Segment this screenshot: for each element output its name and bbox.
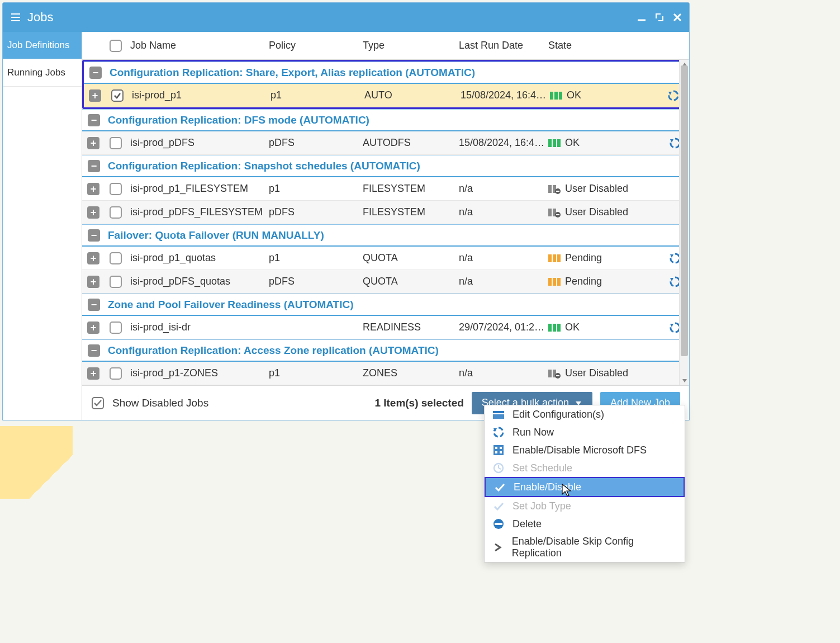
cell-policy: p1 [270,89,364,101]
scrollbar-thumb[interactable] [681,65,688,356]
svg-rect-48 [495,451,497,453]
svg-marker-25 [670,254,673,258]
column-header[interactable]: State [548,40,638,51]
group-header[interactable]: −Zone and Pool Failover Readiness (AUTOM… [82,294,689,316]
expand-icon[interactable]: + [87,322,99,334]
show-disabled-checkbox[interactable] [91,396,105,410]
expand-icon[interactable]: + [87,252,99,264]
group-header[interactable]: −Failover: Quota Failover (RUN MANUALLY) [82,224,689,247]
cell-job-name: isi-prod_p1 [129,89,270,101]
delete-icon [492,518,505,530]
menu-item[interactable]: Enable/Disable [485,477,685,497]
cell-last-run: n/a [459,206,548,218]
table-row[interactable]: +isi-prod_isi-drREADINESS29/07/2024, 01:… [82,316,689,339]
row-checkbox[interactable] [110,252,122,264]
scroll-down-icon[interactable] [680,376,689,385]
collapse-icon[interactable]: − [88,160,100,172]
table-row[interactable]: +isi-prod_pDFS_FILESYSTEMpDFSFILESYSTEMn… [82,201,689,224]
row-checkbox[interactable] [110,276,122,288]
menu-item: Set Schedule [485,459,685,477]
svg-rect-14 [548,185,552,193]
maximize-icon[interactable] [654,12,665,22]
svg-rect-12 [557,139,561,147]
menu-item-label: Delete [512,518,542,530]
column-header[interactable]: Policy [269,40,363,51]
cell-type: FILESYSTEM [363,206,459,218]
table-row[interactable]: +isi-prod_p1_FILESYSTEMp1FILESYSTEMn/aUs… [82,177,689,201]
table-row[interactable]: +isi-prod_pDFS_quotaspDFSQUOTAn/aPending [82,270,689,294]
menu-item[interactable]: Enable/Disable Microsoft DFS [485,441,685,459]
row-checkbox[interactable] [110,322,122,334]
expand-icon[interactable]: + [89,89,101,102]
row-checkbox[interactable] [111,89,124,102]
menu-item-label: Enable/Disable Skip Config Replication [512,536,677,559]
cell-job-name: isi-prod_pDFS [127,137,269,149]
cell-last-run: n/a [459,276,548,287]
cell-state: User Disabled [548,183,638,195]
table-row[interactable]: +isi-prod_p1p1AUTO15/08/2024, 16:4…OK [84,84,687,107]
column-header[interactable]: Type [363,40,459,51]
collapse-icon[interactable]: − [88,299,100,311]
grid-body: −Configuration Replication: Share, Expor… [82,60,689,385]
menu-item[interactable]: Edit Configuration(s) [485,405,685,423]
tab-job-definitions[interactable]: Job Definitions [3,32,82,59]
expand-icon[interactable]: + [87,137,99,149]
collapse-icon[interactable]: − [89,67,102,79]
cell-job-name: isi-prod_pDFS_FILESYSTEM [127,206,269,218]
table-row[interactable]: +isi-prod_pDFSpDFSAUTODFS15/08/2024, 16:… [82,131,689,155]
bulk-action-menu[interactable]: Edit Configuration(s)Run NowEnable/Disab… [484,405,685,562]
window-titlebar: Jobs [3,3,689,32]
row-checkbox[interactable] [110,206,122,219]
tab-label: Running Jobs [7,67,65,78]
expand-icon[interactable]: + [87,206,99,219]
cell-type: QUOTA [363,252,459,264]
menu-item[interactable]: Enable/Disable Skip Config Replication [485,533,685,562]
menu-item-label: Set Job Type [512,500,571,512]
cell-policy: pDFS [269,276,363,287]
table-row[interactable]: +isi-prod_p1_quotasp1QUOTAn/aPending [82,247,689,270]
row-checkbox[interactable] [110,183,122,195]
svg-rect-49 [500,451,502,453]
selected-count: 1 Item(s) selected [374,397,463,409]
group-header[interactable]: −Configuration Replication: DFS mode (AU… [82,109,689,131]
collapse-icon[interactable]: − [88,344,100,357]
main-panel: Job Name Policy Type Last Run Date State… [82,32,689,420]
row-checkbox[interactable] [110,137,122,149]
menu-item[interactable]: Delete [485,515,685,533]
group-header[interactable]: −Configuration Replication: Share, Expor… [84,62,687,84]
svg-rect-18 [548,209,552,216]
expand-icon[interactable]: + [87,367,99,380]
expand-icon[interactable]: + [87,276,99,288]
column-header[interactable]: Last Run Date [459,40,548,51]
svg-rect-21 [556,214,559,215]
tab-running-jobs[interactable]: Running Jobs [3,59,82,87]
svg-marker-39 [682,379,687,382]
expand-icon[interactable]: + [87,183,99,195]
table-row[interactable]: +isi-prod_p1-ZONESp1ZONESn/aUser Disable… [82,362,689,385]
group-header[interactable]: −Configuration Replication: Snapshot sch… [82,155,689,177]
collapse-icon[interactable]: − [88,114,100,126]
group-header[interactable]: −Configuration Replication: Access Zone … [82,339,689,362]
menu-item[interactable]: Run Now [485,423,685,441]
svg-line-52 [499,468,501,469]
row-checkbox[interactable] [110,367,122,380]
menu-item-label: Enable/Disable Microsoft DFS [512,445,647,456]
close-icon[interactable] [672,12,682,22]
select-all-checkbox[interactable] [110,40,122,52]
grid-scroll[interactable]: −Configuration Replication: Share, Expor… [82,60,689,385]
group-title: Configuration Replication: Share, Export… [110,67,475,79]
show-disabled-label[interactable]: Show Disabled Jobs [112,397,208,409]
column-header[interactable]: Job Name [127,40,269,51]
chevron-icon [492,541,504,554]
svg-rect-54 [495,523,502,525]
run-now-icon[interactable] [667,89,680,102]
collapse-icon[interactable]: − [88,229,100,242]
svg-rect-46 [495,447,497,449]
minimize-icon[interactable] [637,12,647,22]
svg-rect-42 [493,411,504,413]
cell-state: OK [548,137,638,149]
scrollbar[interactable] [679,60,689,385]
svg-rect-37 [556,375,559,376]
svg-rect-23 [553,254,556,262]
cell-state: OK [550,89,639,101]
